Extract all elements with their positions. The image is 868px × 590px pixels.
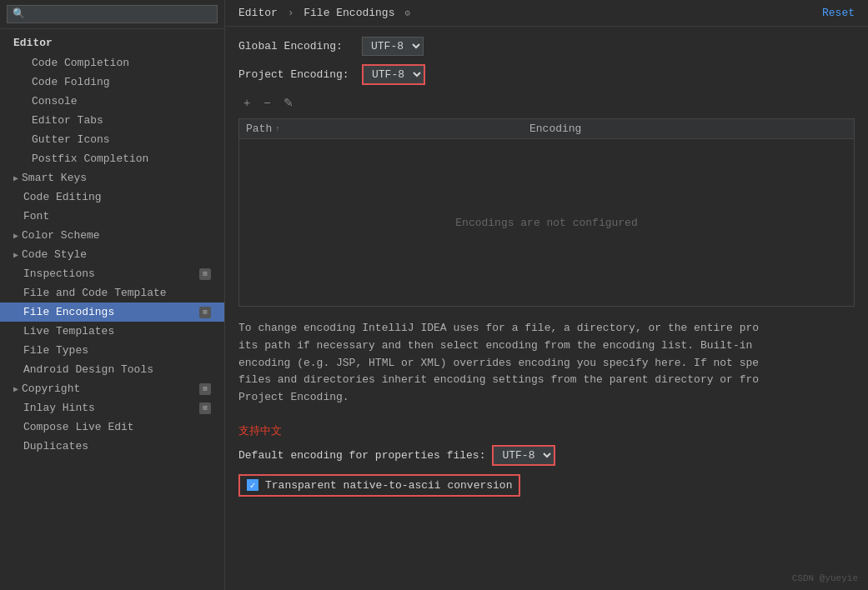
breadcrumb-part2: File Encodings: [304, 7, 394, 19]
expand-arrow-color-icon: ▶: [13, 231, 18, 241]
sidebar-item-code-style[interactable]: ▶ Code Style: [0, 245, 224, 264]
default-encoding-label: Default encoding for properties files:: [238, 449, 485, 462]
sidebar-item-editor-tabs[interactable]: Editor Tabs: [0, 111, 224, 130]
breadcrumb: Editor › File Encodings ⚙: [238, 7, 410, 19]
sidebar-item-font[interactable]: Font: [0, 207, 224, 226]
table-header: Path ↑ Encoding: [239, 119, 854, 139]
empty-table-message: Encodings are not configured: [455, 217, 637, 229]
global-encoding-select[interactable]: UTF-8: [362, 37, 424, 56]
content-body: Global Encoding: UTF-8 Project Encoding:…: [225, 27, 868, 590]
expand-arrow-icon: ▶: [13, 173, 18, 183]
remove-encoding-button[interactable]: −: [258, 93, 275, 112]
sidebar-item-color-scheme[interactable]: ▶ Color Scheme: [0, 226, 224, 245]
inspections-badge-icon: ⊞: [199, 268, 211, 280]
watermark-text: CSDN @yueyie: [792, 573, 858, 583]
default-encoding-select[interactable]: UTF-8: [492, 445, 555, 466]
breadcrumb-separator: ›: [288, 7, 301, 19]
reset-button[interactable]: Reset: [822, 7, 855, 19]
sidebar-item-file-types[interactable]: File Types: [0, 341, 224, 360]
project-encoding-label: Project Encoding:: [238, 68, 355, 81]
sidebar-item-live-templates[interactable]: Live Templates: [0, 322, 224, 341]
sidebar-item-code-completion[interactable]: Code Completion: [0, 53, 224, 72]
sidebar-item-code-folding[interactable]: Code Folding: [0, 72, 224, 92]
transparent-conversion-row: Transparent native-to-ascii conversion: [238, 474, 520, 497]
sidebar-search-area: [0, 0, 224, 29]
edit-encoding-button[interactable]: ✎: [278, 93, 299, 112]
content-area: Editor › File Encodings ⚙ Reset Global E…: [225, 0, 868, 590]
sidebar-item-android-design-tools[interactable]: Android Design Tools: [0, 360, 224, 379]
sidebar-item-code-editing[interactable]: Code Editing: [0, 188, 224, 207]
settings-icon: ⚙: [404, 8, 410, 18]
copyright-badge-icon: ⊞: [199, 383, 211, 395]
expand-arrow-copyright-icon: ▶: [13, 384, 18, 394]
transparent-conversion-label: Transparent native-to-ascii conversion: [265, 479, 512, 492]
table-encoding-header: Encoding: [529, 122, 847, 135]
sidebar-section-editor: Editor: [0, 32, 224, 53]
sidebar-item-smart-keys[interactable]: ▶ Smart Keys: [0, 168, 224, 188]
chinese-note: 支持中文: [238, 423, 855, 438]
table-body: Encodings are not configured: [239, 139, 854, 306]
content-header: Editor › File Encodings ⚙ Reset: [225, 0, 868, 27]
sidebar-item-inlay-hints[interactable]: Inlay Hints ⊞: [0, 398, 224, 418]
expand-arrow-style-icon: ▶: [13, 250, 18, 260]
sidebar-item-duplicates[interactable]: Duplicates: [0, 437, 224, 456]
sidebar-items-list: Editor Code Completion Code Folding Cons…: [0, 29, 224, 590]
sidebar-item-file-code-template[interactable]: File and Code Template: [0, 283, 224, 302]
description-box: To change encoding IntelliJ IDEA uses fo…: [238, 313, 855, 413]
default-properties-encoding-row: Default encoding for properties files: U…: [238, 445, 855, 466]
sidebar-item-console[interactable]: Console: [0, 92, 224, 111]
search-input[interactable]: [7, 5, 218, 23]
sidebar: Editor Code Completion Code Folding Cons…: [0, 0, 225, 590]
encoding-table-toolbar: + − ✎: [238, 93, 855, 112]
sort-arrow-icon: ↑: [275, 125, 279, 133]
sidebar-item-copyright[interactable]: ▶ Copyright ⊞: [0, 379, 224, 398]
sidebar-item-file-encodings[interactable]: File Encodings ⊞: [0, 302, 224, 322]
checkbox-container: Transparent native-to-ascii conversion: [238, 474, 520, 497]
project-encoding-select[interactable]: UTF-8: [362, 64, 425, 85]
transparent-conversion-checkbox[interactable]: [247, 479, 258, 491]
inlay-hints-badge-icon: ⊞: [199, 402, 211, 414]
file-encodings-badge-icon: ⊞: [199, 307, 211, 318]
encoding-table: Path ↑ Encoding Encodings are not config…: [238, 118, 855, 307]
sidebar-item-gutter-icons[interactable]: Gutter Icons: [0, 130, 224, 149]
table-path-header: Path ↑: [246, 122, 529, 135]
sidebar-item-postfix-completion[interactable]: Postfix Completion: [0, 149, 224, 168]
global-encoding-row: Global Encoding: UTF-8: [238, 37, 855, 56]
description-text: To change encoding IntelliJ IDEA uses fo…: [238, 320, 855, 407]
sidebar-item-inspections[interactable]: Inspections ⊞: [0, 264, 224, 283]
breadcrumb-part1: Editor: [238, 7, 278, 19]
global-encoding-label: Global Encoding:: [238, 40, 355, 52]
project-encoding-row: Project Encoding: UTF-8: [238, 64, 855, 85]
sidebar-item-compose-live-edit[interactable]: Compose Live Edit: [0, 418, 224, 437]
add-encoding-button[interactable]: +: [238, 93, 255, 112]
